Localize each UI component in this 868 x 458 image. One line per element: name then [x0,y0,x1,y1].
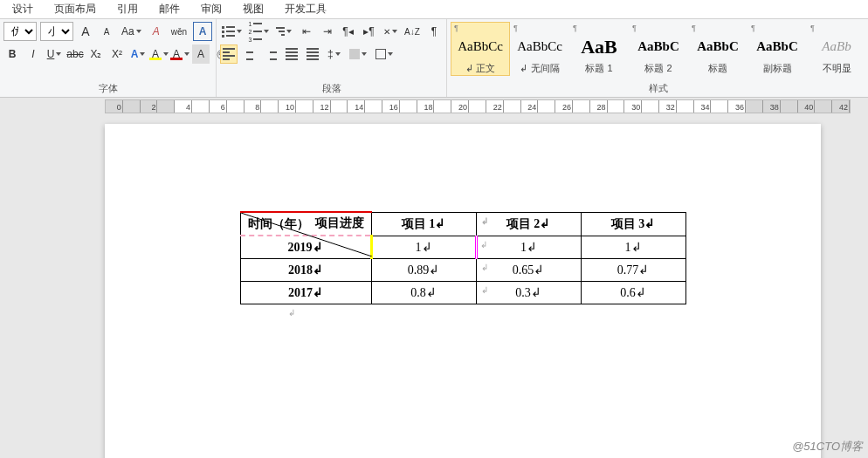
menu-tab[interactable]: 页面布局 [44,2,107,17]
table-cell[interactable]: 1↲↲ [371,236,476,259]
strike-button[interactable]: abc [66,44,84,64]
page: 项目进度 时间（年） 项目 1↲↲ 项目 2↲ 项目 3↲ 2019↲ 1↲↲ … [105,124,821,458]
menu-tab[interactable]: 邮件 [148,2,190,17]
table-cell[interactable]: 0.77↲ [581,259,685,282]
font-color-button[interactable]: A [171,44,189,64]
row-header[interactable]: 2019↲ [240,236,371,259]
styles-group: ¶AaBbCc↲ 正文¶AaBbCc↲ 无间隔¶AaB标题 1¶AaBbC标题 … [447,19,868,97]
borders-button[interactable] [373,44,396,64]
multilevel-button[interactable] [274,22,293,41]
clear-format-button[interactable]: A [148,22,165,41]
menu-tab[interactable]: 审阅 [190,2,232,17]
table-cell[interactable]: 1↲ [476,236,581,259]
menu-tab[interactable]: 开发工具 [274,2,337,17]
font-size-select[interactable]: 小四 [40,22,73,41]
sort-button[interactable]: A↓Z [403,22,422,41]
align-center-button[interactable] [241,44,258,64]
paragraph-group-label: 段落 [220,80,443,97]
numbering-button[interactable]: 123 [247,22,272,41]
phonetic-button[interactable]: wěn [169,22,189,41]
col-header[interactable]: 项目 3↲ [581,212,685,236]
change-case-button[interactable]: Aa [119,22,144,41]
shading-button[interactable] [347,44,369,64]
table-header-row: 项目进度 时间（年） 项目 1↲↲ 项目 2↲ 项目 3↲ [240,212,685,236]
text-effects-button[interactable]: A [129,44,147,64]
paragraph-group: 123 ⇤ ⇥ ¶◂ ▸¶ ✕ A↓Z ¶ ‡ 段落 [217,19,447,97]
horizontal-ruler[interactable]: 024681012141618202224262830323436384042 [105,99,851,113]
document-table[interactable]: 项目进度 时间（年） 项目 1↲↲ 项目 2↲ 项目 3↲ 2019↲ 1↲↲ … [240,211,686,304]
style-item[interactable]: ¶AaB标题 1 [569,22,629,76]
indent-button[interactable]: ⇥ [319,22,336,41]
ruler-area: 024681012141618202224262830323436384042 [0,98,868,115]
ltr-button[interactable]: ¶◂ [340,22,357,41]
italic-button[interactable]: I [24,44,42,64]
table-row: 2017↲ 0.8↲↲ 0.3↲ 0.6↲ [240,282,685,304]
style-item[interactable]: ¶AaBbC标题 2 [629,22,688,76]
show-marks-button[interactable]: ¶ [425,22,443,41]
menu-tabs: 设计页面布局引用邮件审阅视图开发工具 [0,0,868,19]
line-spacing-button[interactable]: ‡ [325,44,343,64]
superscript-button[interactable]: X² [108,44,126,64]
bold-button[interactable]: B [3,44,21,64]
diag-header-bottom: 时间（年） [248,216,309,232]
table-row: 2019↲ 1↲↲ 1↲ 1↲ [240,236,685,259]
style-item[interactable]: ¶AaBbC标题 [688,22,747,76]
col-header[interactable]: 项目 2↲ [476,212,581,236]
menu-tab[interactable]: 引用 [107,2,148,17]
justify-button[interactable] [283,44,300,64]
char-shading-button[interactable]: A [192,44,210,64]
style-item[interactable]: ¶AaBbC副标题 [747,22,807,76]
watermark: @51CTO博客 [792,439,863,455]
bullets-button[interactable] [220,22,244,41]
row-header[interactable]: 2017↲ [240,282,371,304]
asian-layout-button[interactable]: ✕ [382,22,399,41]
table-cell[interactable]: 1↲ [581,236,685,259]
subscript-button[interactable]: X₂ [87,44,105,64]
table-cell[interactable]: 0.6↲ [581,282,685,304]
table-cell[interactable]: 0.3↲ [476,282,581,304]
font-family-select[interactable]: 仿宋 [3,22,37,41]
paragraph-mark: ↲ [288,308,734,318]
menu-tab[interactable]: 设计 [2,2,44,17]
font-group-label: 字体 [3,80,212,97]
underline-button[interactable]: U [45,44,63,64]
distribute-button[interactable] [304,44,321,64]
grow-font-button[interactable]: A [77,22,94,41]
rtl-button[interactable]: ▸¶ [361,22,378,41]
table-cell[interactable]: 0.89↲↲ [371,259,476,282]
diagonal-header-cell[interactable]: 项目进度 时间（年） [240,212,371,236]
align-right-button[interactable] [262,44,279,64]
table-cell[interactable]: 0.8↲↲ [371,282,476,304]
row-header[interactable]: 2018↲ [240,259,371,282]
highlight-button[interactable]: A [150,44,168,64]
table-row: 2018↲ 0.89↲↲ 0.65↲ 0.77↲ [240,259,685,282]
styles-group-label: 样式 [451,80,866,97]
styles-gallery[interactable]: ¶AaBbCc↲ 正文¶AaBbCc↲ 无间隔¶AaB标题 1¶AaBbC标题 … [451,22,866,76]
menu-tab[interactable]: 视图 [232,2,274,17]
outdent-button[interactable]: ⇤ [298,22,315,41]
align-left-button[interactable] [220,44,238,64]
diag-header-top: 项目进度 [315,215,364,231]
style-item[interactable]: ¶AaBbCc↲ 正文 [451,22,510,76]
table-cell[interactable]: 0.65↲ [476,259,581,282]
style-item[interactable]: ¶AaBbCc↲ 无间隔 [510,22,569,76]
char-border-button[interactable]: A [193,22,212,41]
font-group: 仿宋 小四 A A Aa A wěn A B I U abc X₂ X² A A… [0,19,217,97]
shrink-font-button[interactable]: A [98,22,115,41]
ribbon: 仿宋 小四 A A Aa A wěn A B I U abc X₂ X² A A… [0,19,868,98]
col-header[interactable]: 项目 1↲↲ [371,212,476,236]
style-item[interactable]: ¶AaBb不明显 [807,22,866,76]
document-scroll-area[interactable]: 项目进度 时间（年） 项目 1↲↲ 项目 2↲ 项目 3↲ 2019↲ 1↲↲ … [0,115,868,458]
